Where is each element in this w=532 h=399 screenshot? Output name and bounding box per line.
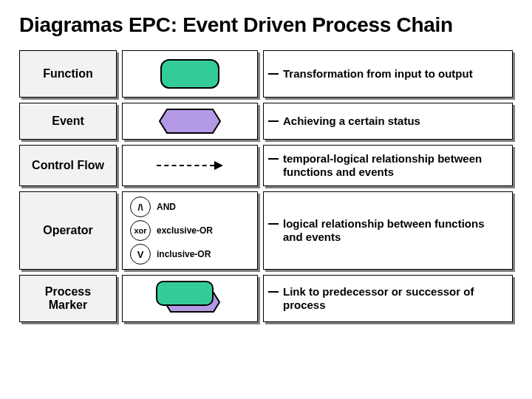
label-control-flow: Control Flow [19,145,117,186]
label-event-text: Event [52,115,84,128]
desc-function: Transformation from input to output [263,50,513,98]
dash-icon [268,291,279,293]
row-function: Function Transformation from input to ou… [19,50,513,98]
dashed-arrow-icon [157,161,223,170]
legend-table: Function Transformation from input to ou… [19,50,513,322]
dash-icon [268,73,279,75]
label-event: Event [19,103,117,140]
desc-function-text: Transformation from input to output [283,67,473,81]
label-function-text: Function [43,67,93,81]
symbol-function [122,50,258,98]
label-process-marker-text: Process Marker [24,285,112,313]
op-xor: xor exclusive-OR [130,220,250,241]
function-shape-icon [160,59,219,89]
op-and: /\ AND [130,197,250,217]
op-or-circle-icon: V [130,244,151,265]
page-title: Diagramas EPC: Event Driven Process Chai… [19,13,513,37]
dash-icon [268,120,279,122]
op-xor-circle-icon: xor [130,220,151,241]
desc-control-flow: temporal-logical relationship between fu… [263,145,513,186]
op-or: V inclusive-OR [130,244,250,265]
desc-control-flow-text: temporal-logical relationship between fu… [283,152,505,179]
desc-operator: logical relationship between functions a… [263,191,513,270]
symbol-control-flow [122,145,258,186]
desc-process-marker-text: Link to predecessor or successor of proc… [283,285,505,312]
symbol-operator: /\ AND xor exclusive-OR V inclusive-OR [122,191,258,270]
desc-event-text: Achieving a certain status [283,115,420,128]
process-marker-icon [156,281,224,316]
symbol-process-marker [122,275,258,322]
row-event: Event Achieving a certain status [19,103,513,140]
row-operator: Operator /\ AND xor exclusive-OR V inclu… [19,191,513,270]
event-hexagon-icon [158,108,222,134]
label-control-flow-text: Control Flow [32,159,104,172]
dash-icon [268,223,279,225]
desc-event: Achieving a certain status [263,103,513,140]
symbol-event [122,103,258,140]
op-or-label: inclusive-OR [157,249,211,259]
dash-icon [268,158,279,160]
label-process-marker: Process Marker [19,275,117,322]
op-and-label: AND [157,202,176,212]
label-function: Function [19,50,117,98]
svg-marker-0 [160,109,220,133]
op-and-circle-icon: /\ [130,197,151,217]
label-operator-text: Operator [43,224,93,237]
label-operator: Operator [19,191,117,270]
desc-operator-text: logical relationship between functions a… [283,217,505,244]
op-xor-label: exclusive-OR [157,225,213,236]
desc-process-marker: Link to predecessor or successor of proc… [263,275,513,322]
row-process-marker: Process Marker Link to predecessor or su… [19,275,513,322]
row-control-flow: Control Flow temporal-logical relationsh… [19,145,513,186]
